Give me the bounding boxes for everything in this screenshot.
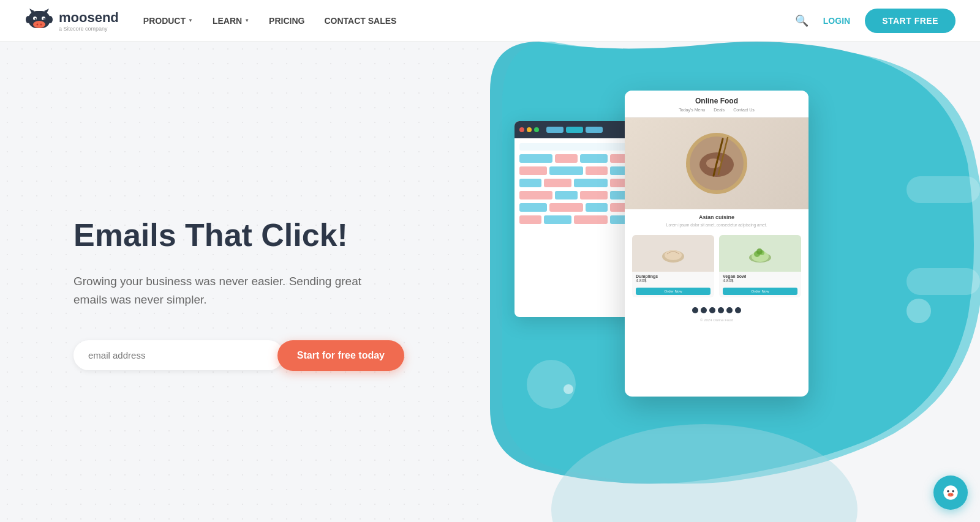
svg-point-6	[37, 23, 39, 25]
mock-social-icon-3	[709, 307, 715, 313]
svg-point-7	[40, 23, 42, 25]
mock-data-row-3	[519, 179, 632, 187]
deco-shape-4	[907, 299, 931, 323]
mock-data-row-4	[519, 191, 632, 199]
dumpling-illustration	[658, 238, 688, 269]
mock-tab-2	[586, 127, 603, 133]
hero-form: Start for free today	[74, 340, 404, 371]
mock-social-icon-5	[726, 307, 733, 313]
mock-nav-3: Contact Us	[733, 108, 755, 112]
navbar: moosend a Sitecore company PRODUCT ▼ LEA…	[0, 0, 980, 42]
nav-contact-sales[interactable]: CONTACT SALES	[324, 16, 396, 26]
hero-title: Emails That Click!	[74, 217, 441, 254]
mock-vegan-img	[719, 235, 801, 272]
logo-text: moosend a Sitecore company	[59, 10, 119, 32]
mock-data-row-6	[519, 215, 632, 224]
mock-nav-2: Deals	[714, 108, 725, 112]
svg-point-25	[943, 485, 957, 499]
mock-tab-active	[566, 127, 583, 133]
mock-vegan-info: Vegan bowl 4.80$	[719, 272, 801, 285]
mock-food-card-1: Dumplings 4.80$ Order Now	[632, 235, 714, 297]
hero-section: Emails That Click! Growing your business…	[0, 42, 980, 522]
nav-product[interactable]: PRODUCT ▼	[143, 16, 193, 26]
mock-dumpling-price: 4.80$	[636, 278, 710, 283]
mock-food-grid: Dumplings 4.80$ Order Now	[625, 230, 809, 302]
svg-point-9	[48, 16, 53, 23]
svg-point-28	[948, 493, 953, 497]
svg-point-30	[951, 494, 952, 495]
mock-dumpling-info: Dumplings 4.80$	[632, 272, 714, 285]
svg-point-26	[947, 490, 949, 493]
nav-links: PRODUCT ▼ LEARN ▼ PRICING CONTACT SALES	[143, 16, 795, 26]
mock-tab	[546, 127, 564, 133]
search-icon[interactable]: 🔍	[795, 14, 809, 28]
mock-email-header	[514, 121, 637, 138]
mock-vegan-price: 4.80$	[723, 278, 797, 283]
mock-food-card-2: Vegan bowl 4.80$ Order Now	[719, 235, 801, 297]
hero-subtitle: Growing your business was never easier. …	[74, 272, 392, 310]
mock-nav-bar: Today's Menu Deals Contact Us	[633, 108, 800, 112]
deco-shape-1	[907, 176, 980, 203]
mock-vegan-name: Vegan bowl	[723, 274, 797, 278]
mock-order-btn-1: Order Now	[636, 288, 710, 295]
window-min-dot	[527, 127, 532, 132]
mock-data-row-5	[519, 203, 632, 212]
food-plate-illustration	[680, 127, 753, 200]
window-max-dot	[534, 127, 539, 132]
svg-point-24	[756, 248, 763, 255]
start-free-button[interactable]: START FREE	[865, 9, 956, 33]
svg-point-4	[35, 18, 37, 20]
logo-sub: a Sitecore company	[59, 26, 119, 32]
mock-browser-bar: Online Food Today's Menu Deals Contact U…	[625, 91, 809, 117]
mock-dumpling-img	[632, 235, 714, 272]
deco-shape-2	[907, 268, 980, 295]
mock-social-icon-2	[701, 307, 707, 313]
mock-food-category: Asian cuisine	[633, 214, 800, 220]
mock-site-title: Online Food	[633, 97, 800, 105]
svg-point-5	[43, 18, 45, 20]
cta-button[interactable]: Start for free today	[277, 340, 404, 371]
hero-right: Online Food Today's Menu Deals Contact U…	[490, 42, 980, 522]
vegan-illustration	[745, 238, 775, 269]
chat-widget[interactable]	[933, 475, 968, 510]
svg-point-29	[949, 494, 950, 495]
learn-dropdown-arrow: ▼	[244, 18, 249, 23]
logo-name: moosend	[59, 10, 119, 26]
mock-email-body	[514, 138, 637, 233]
email-input[interactable]	[74, 340, 284, 370]
svg-point-8	[26, 16, 31, 23]
logo-icon	[24, 6, 54, 35]
mock-data-row-1	[519, 154, 632, 163]
mock-social-icon-6	[735, 307, 741, 313]
deco-shape-5	[564, 384, 573, 394]
hero-left: Emails That Click! Growing your business…	[0, 42, 490, 522]
mock-dumpling-name: Dumplings	[636, 274, 710, 278]
window-close-dot	[519, 127, 524, 132]
mock-social-icons	[625, 302, 809, 318]
svg-point-27	[952, 490, 954, 493]
mock-email-preview: Online Food Today's Menu Deals Contact U…	[625, 91, 809, 397]
nav-right: 🔍 LOGIN START FREE	[795, 9, 956, 33]
mock-email-builder	[514, 121, 637, 317]
mock-social-icon-4	[718, 307, 724, 313]
product-dropdown-arrow: ▼	[188, 18, 193, 23]
mock-hero-image	[625, 117, 809, 209]
mock-header-row	[519, 143, 632, 151]
nav-learn[interactable]: LEARN ▼	[213, 16, 249, 26]
svg-point-14	[706, 158, 721, 168]
mock-social-icon-1	[692, 307, 698, 313]
mock-order-btn-2: Order Now	[723, 288, 797, 295]
mock-food-description: Lorem ipsum dolor sit amet, consectetur …	[633, 222, 800, 228]
nav-pricing[interactable]: PRICING	[269, 16, 304, 26]
mock-nav-1: Today's Menu	[679, 108, 705, 112]
mock-food-section: Asian cuisine Lorem ipsum dolor sit amet…	[625, 209, 809, 230]
mock-footer-text: © 2024 Online Food	[625, 318, 809, 327]
logo[interactable]: moosend a Sitecore company	[24, 6, 119, 35]
mock-data-row-2	[519, 166, 632, 175]
login-button[interactable]: LOGIN	[823, 16, 850, 26]
svg-point-1	[33, 21, 45, 28]
chat-widget-icon	[942, 484, 959, 501]
